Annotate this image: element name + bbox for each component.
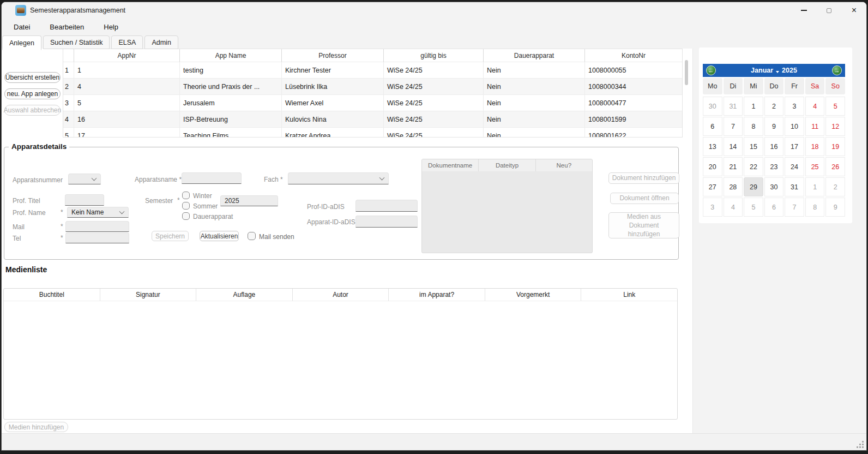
calendar-day[interactable]: 1: [744, 97, 763, 116]
calendar-day[interactable]: 30: [764, 177, 784, 196]
calendar-day[interactable]: 3: [785, 97, 804, 116]
calendar-prev-button[interactable]: ←: [706, 65, 716, 75]
resize-grip-icon[interactable]: [862, 446, 864, 448]
minimize-button[interactable]: [792, 2, 816, 19]
calendar-next-button[interactable]: →: [832, 65, 842, 75]
media-column-header-autor[interactable]: Autor: [293, 289, 389, 301]
calendar-day[interactable]: 21: [724, 157, 743, 176]
aktualisieren-button[interactable]: Aktualisieren: [200, 231, 239, 241]
calendar-day[interactable]: 5: [744, 198, 763, 217]
semester-year-input[interactable]: 2025: [220, 195, 278, 206]
media-column-header-signatur[interactable]: Signatur: [100, 289, 197, 301]
calendar-day[interactable]: 15: [744, 137, 763, 156]
table-cell-app-name: Teaching Films: [180, 128, 282, 138]
calendar-day[interactable]: 4: [805, 97, 825, 116]
calendar-day[interactable]: 31: [724, 97, 743, 116]
calendar-day[interactable]: 3: [703, 198, 722, 217]
calendar-day[interactable]: 10: [785, 117, 804, 136]
table-cell-g-ltig-bis: WiSe 24/25: [384, 128, 484, 138]
calendar-day[interactable]: 22: [744, 157, 763, 176]
calendar-year[interactable]: 2025: [782, 67, 797, 74]
column-header-appnr[interactable]: AppNr: [74, 49, 180, 62]
table-row[interactable]: 11testingKirchner TesterWiSe 24/25Nein10…: [63, 62, 682, 79]
fach-combobox[interactable]: [288, 172, 389, 184]
calendar-day[interactable]: 2: [764, 97, 784, 116]
calendar-day[interactable]: 12: [825, 117, 845, 136]
media-column-header-link[interactable]: Link: [581, 289, 677, 301]
calendar-day[interactable]: 2: [825, 177, 845, 196]
dokument-hinzuf-gen-button: Dokument hinzufügen: [608, 172, 679, 184]
calendar-day[interactable]: 8: [805, 198, 825, 217]
calendar-day[interactable]: 25: [805, 157, 825, 176]
table-row[interactable]: 24Theorie und Praxis der ...Lüsebrink Il…: [63, 79, 682, 95]
calendar-day[interactable]: 1: [805, 177, 825, 196]
menu-item-datei[interactable]: Datei: [10, 21, 33, 33]
calendar-day[interactable]: 28: [724, 177, 743, 196]
apps-table-scrollbar[interactable]: [684, 50, 689, 136]
mail-label: Mail: [13, 223, 25, 231]
calendar-day[interactable]: 17: [785, 137, 804, 156]
calendar-day[interactable]: 20: [703, 157, 722, 176]
calendar-day[interactable]: 11: [805, 117, 825, 136]
table-row[interactable]: 517Teaching FilmsKratzer AndreaWiSe 24/2…: [63, 128, 682, 138]
speichern-button: Speichern: [152, 231, 189, 241]
radio-sommer[interactable]: [182, 202, 190, 210]
column-header-g-ltig-bis[interactable]: gültig bis: [384, 49, 484, 62]
calendar-day[interactable]: 23: [764, 157, 784, 176]
calendar-day[interactable]: 9: [825, 198, 845, 217]
calendar-day[interactable]: 27: [703, 177, 722, 196]
media-column-header-auflage[interactable]: Auflage: [196, 289, 293, 301]
bersicht-erstellen-button[interactable]: Übersicht erstellen: [4, 72, 61, 83]
calendar-day[interactable]: 19: [825, 137, 845, 156]
tab-suchen-statistik[interactable]: Suchen / Statistik: [43, 35, 110, 49]
mail-input[interactable]: [65, 221, 129, 232]
calendar-day[interactable]: 30: [703, 97, 722, 116]
media-column-header-im-apparat[interactable]: im Apparat?: [389, 289, 485, 301]
tab-elsa[interactable]: ELSA: [111, 35, 143, 49]
table-row[interactable]: 35JerusalemWiemer AxelWiSe 24/25Nein1008…: [63, 95, 682, 111]
column-header-kontonr[interactable]: KontoNr: [585, 49, 682, 62]
calendar-day[interactable]: 16: [764, 137, 784, 156]
media-column-header-vorgemerkt[interactable]: Vorgemerkt: [485, 289, 582, 301]
row-number: 1: [63, 62, 74, 79]
tel-input[interactable]: [65, 232, 129, 243]
calendar-day[interactable]: 24: [785, 157, 804, 176]
calendar-day-today[interactable]: 29: [744, 177, 763, 196]
column-header-app-name[interactable]: App Name: [180, 49, 282, 62]
calendar-day[interactable]: 31: [785, 177, 804, 196]
mail-senden-checkbox[interactable]: [248, 232, 256, 240]
calendar-day[interactable]: 6: [764, 198, 784, 217]
tab-anlegen[interactable]: Anlegen: [2, 35, 41, 50]
calendar-day[interactable]: 8: [744, 117, 763, 136]
calendar-day[interactable]: 4: [724, 198, 743, 217]
menu-item-help[interactable]: Help: [100, 21, 122, 33]
radio-dauerapparat[interactable]: [182, 212, 190, 220]
column-header-dauerapparat[interactable]: Dauerapparat: [484, 49, 585, 62]
prof-name-combobox[interactable]: Kein Name: [67, 207, 129, 218]
calendar-day[interactable]: 9: [764, 117, 784, 136]
column-header-professor[interactable]: Professor: [282, 49, 384, 62]
media-table: BuchtitelSignaturAuflageAutorim Apparat?…: [3, 288, 678, 420]
calendar-day[interactable]: 14: [724, 137, 743, 156]
calendar-day[interactable]: 6: [703, 117, 722, 136]
calendar-day[interactable]: 7: [724, 117, 743, 136]
media-column-header-buchtitel[interactable]: Buchtitel: [4, 289, 100, 301]
table-cell-app-name: ISP-Betreuung: [180, 111, 282, 128]
close-button[interactable]: ×: [842, 2, 866, 19]
neu-app-anlegen-button[interactable]: neu. App anlegen: [4, 88, 61, 99]
apparatsname-input[interactable]: [182, 172, 242, 184]
calendar-month[interactable]: Januar: [751, 67, 773, 74]
calendar-day[interactable]: 7: [785, 198, 804, 217]
calendar-day[interactable]: 18: [805, 137, 825, 156]
calendar-day[interactable]: 5: [825, 97, 845, 116]
radio-winter[interactable]: [182, 192, 190, 199]
calendar-day[interactable]: 26: [825, 157, 845, 176]
tab-admin[interactable]: Admin: [144, 35, 178, 49]
app-window: Semesterapparatsmanagement × DateiBearbe…: [1, 2, 867, 451]
table-row[interactable]: 416ISP-BetreuungKulovics NinaWiSe 24/25N…: [63, 111, 682, 128]
maximize-button[interactable]: [817, 2, 841, 19]
menu-item-bearbeiten[interactable]: Bearbeiten: [46, 21, 87, 33]
calendar-day[interactable]: 13: [703, 137, 722, 156]
scrollbar-thumb[interactable]: [685, 60, 688, 85]
table-cell-professor: Kirchner Tester: [282, 62, 384, 79]
